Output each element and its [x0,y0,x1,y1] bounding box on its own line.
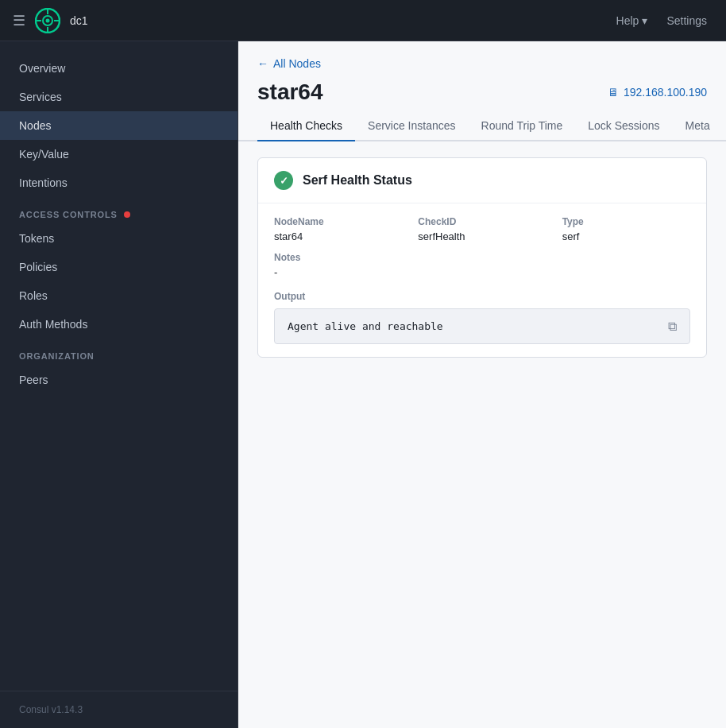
help-button[interactable]: Help ▾ [610,11,655,30]
field-type: Type serf [562,216,690,242]
tab-health-checks[interactable]: Health Checks [257,111,355,141]
field-notes: Notes - [274,252,402,278]
ip-address[interactable]: 🖥 192.168.100.190 [608,86,707,99]
sidebar-item-policies[interactable]: Policies [0,253,237,281]
consul-logo [35,8,60,33]
dc-label: dc1 [70,14,88,27]
organization-section: ORGANIZATION [0,339,237,366]
output-section: Output Agent alive and reachable ⧉ [274,291,690,344]
topbar-left: ☰ dc1 [13,8,88,33]
main-content: ← All Nodes star64 🖥 192.168.100.190 Hea… [238,41,726,728]
health-fields: NodeName star64 CheckID serfHealth Type … [274,216,690,278]
menu-toggle[interactable]: ☰ [13,12,25,29]
sidebar-nav: Overview Services Nodes Key/Value Intent… [0,41,237,691]
output-box: Agent alive and reachable ⧉ [274,308,690,344]
tab-meta[interactable]: Meta [673,111,723,141]
health-check-card: Serf Health Status NodeName star64 Check… [257,157,707,358]
health-check-title: Serf Health Status [303,173,412,188]
content-area: Serf Health Status NodeName star64 Check… [238,141,726,728]
copy-icon: 🖥 [608,86,619,99]
sidebar-item-auth-methods[interactable]: Auth Methods [0,310,237,339]
sidebar-item-nodes[interactable]: Nodes [0,111,237,140]
breadcrumb: ← All Nodes [238,41,726,76]
layout: Overview Services Nodes Key/Value Intent… [0,41,726,728]
page-title: star64 [257,79,323,105]
output-copy-icon[interactable]: ⧉ [668,319,677,334]
sidebar-item-intentions[interactable]: Intentions [0,168,237,197]
topbar: ☰ dc1 Help ▾ Settings [0,0,726,41]
sidebar: Overview Services Nodes Key/Value Intent… [0,41,238,728]
settings-button[interactable]: Settings [660,11,713,30]
health-card-body: NodeName star64 CheckID serfHealth Type … [258,203,706,357]
tab-service-instances[interactable]: Service Instances [355,111,469,141]
sidebar-item-tokens[interactable]: Tokens [0,224,237,253]
access-status-dot [124,211,130,218]
field-check-id: CheckID serfHealth [418,216,546,242]
tabs-bar: Health Checks Service Instances Round Tr… [238,111,726,141]
check-status-icon [274,171,293,190]
sidebar-item-services[interactable]: Services [0,83,237,111]
back-link[interactable]: ← All Nodes [257,57,321,70]
sidebar-item-peers[interactable]: Peers [0,366,237,394]
sidebar-footer: Consul v1.14.3 [0,691,237,728]
sidebar-item-overview[interactable]: Overview [0,54,237,83]
tab-round-trip-time[interactable]: Round Trip Time [469,111,576,141]
sidebar-item-roles[interactable]: Roles [0,281,237,310]
field-node-name: NodeName star64 [274,216,402,242]
page-header: star64 🖥 192.168.100.190 [238,76,726,111]
chevron-down-icon: ▾ [642,14,647,27]
svg-point-2 [46,18,50,22]
tab-lock-sessions[interactable]: Lock Sessions [575,111,672,141]
back-arrow-icon: ← [257,57,268,70]
sidebar-item-key-value[interactable]: Key/Value [0,140,237,168]
topbar-right: Help ▾ Settings [610,11,713,30]
access-controls-section: ACCESS CONTROLS [0,197,237,224]
health-card-header: Serf Health Status [258,158,706,203]
